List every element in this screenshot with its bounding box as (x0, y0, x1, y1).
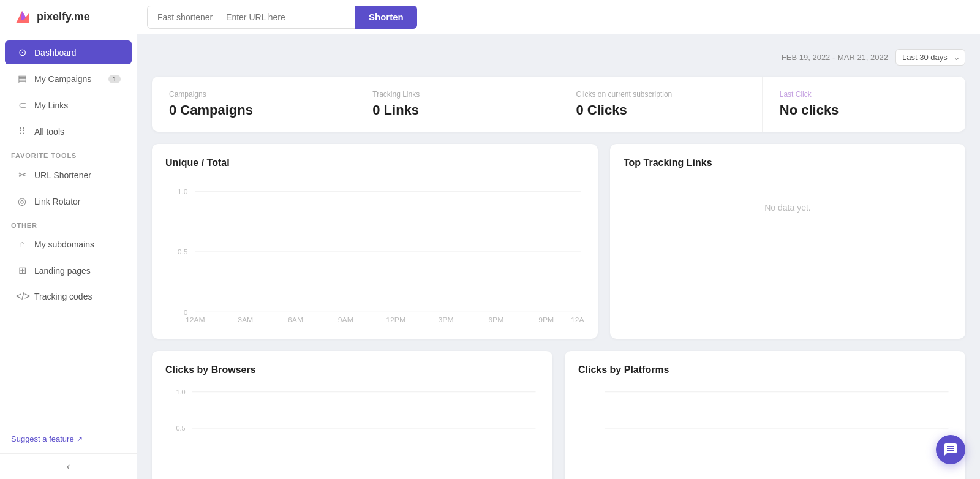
svg-text:0: 0 (184, 309, 188, 315)
link-rotator-label: Link Rotator (34, 197, 80, 206)
links-stat-value: 0 Links (372, 102, 541, 118)
last-click-stat-value: No clicks (780, 102, 948, 118)
sidebar-item-links[interactable]: ⊂ My Links (5, 93, 132, 117)
sidebar-item-landing-pages[interactable]: ⊞ Landing pages (5, 258, 132, 282)
main-content: FEB 19, 2022 - MAR 21, 2022 Last 7 days … (137, 34, 980, 479)
svg-text:12PM: 12PM (386, 316, 405, 323)
topbar: pixelfy.me Shorten (0, 0, 980, 34)
tracking-codes-label: Tracking codes (34, 292, 92, 301)
other-section-label: OTHER (0, 214, 137, 232)
clicks-by-platforms-card: Clicks by Platforms (565, 351, 965, 479)
svg-text:3PM: 3PM (438, 316, 453, 323)
subdomains-icon: ⌂ (16, 239, 28, 250)
sidebar-item-subdomains[interactable]: ⌂ My subdomains (5, 233, 132, 256)
clicks-by-browsers-area: 1.0 0.5 (165, 385, 539, 471)
charts-row-1: Unique / Total 1.0 0.5 0 12AM 3AM (152, 144, 965, 339)
svg-text:3AM: 3AM (238, 316, 253, 323)
links-label: My Links (34, 100, 68, 110)
unique-total-chart-svg: 1.0 0.5 0 12AM 3AM 6AM 9AM 12PM 3PM 6PM … (165, 178, 584, 325)
landing-pages-icon: ⊞ (16, 265, 28, 276)
clicks-stat-label: Clicks on current subscription (576, 90, 745, 99)
url-shortener-icon: ✂ (16, 169, 28, 181)
clicks-by-browsers-card: Clicks by Browsers 1.0 0.5 (152, 351, 552, 479)
subdomains-label: My subdomains (34, 240, 94, 249)
campaigns-stat-value: 0 Campaigns (169, 102, 337, 118)
url-form: Shorten (147, 6, 968, 29)
sidebar-collapse-button[interactable]: ‹ (0, 453, 137, 479)
clicks-by-platforms-title: Clicks by Platforms (578, 364, 952, 375)
svg-text:12AM: 12AM (571, 316, 584, 323)
stat-clicks: Clicks on current subscription 0 Clicks (559, 77, 763, 132)
logo-icon (12, 7, 32, 27)
landing-pages-label: Landing pages (34, 266, 91, 276)
top-tracking-links-card: Top Tracking Links No data yet. (610, 144, 965, 339)
clicks-by-platforms-svg (578, 385, 952, 471)
chevron-left-icon: ‹ (67, 460, 70, 473)
sidebar-item-url-shortener[interactable]: ✂ URL Shortener (5, 163, 132, 187)
svg-text:12AM: 12AM (186, 316, 205, 323)
date-select-wrap: Last 7 days Last 30 days Last 90 days Cu… (895, 49, 965, 66)
dashboard-icon: ⊙ (16, 47, 28, 58)
date-range-text: FEB 19, 2022 - MAR 21, 2022 (782, 53, 888, 62)
sidebar-item-dashboard[interactable]: ⊙ Dashboard (5, 40, 132, 64)
svg-text:0.5: 0.5 (176, 424, 186, 432)
url-shortener-label: URL Shortener (34, 170, 91, 180)
unique-total-chart-area: 1.0 0.5 0 12AM 3AM 6AM 9AM 12PM 3PM 6PM … (165, 178, 584, 325)
url-input[interactable] (147, 6, 355, 29)
clicks-by-browsers-svg: 1.0 0.5 (165, 385, 539, 471)
favorite-tools-section-label: FAVORITE TOOLS (0, 145, 137, 162)
date-bar: FEB 19, 2022 - MAR 21, 2022 Last 7 days … (152, 49, 965, 66)
campaigns-stat-label: Campaigns (169, 90, 337, 99)
shorten-button[interactable]: Shorten (355, 6, 417, 29)
logo-text: pixelfy.me (37, 10, 90, 23)
stat-campaigns: Campaigns 0 Campaigns (152, 77, 355, 132)
clicks-stat-value: 0 Clicks (576, 102, 745, 118)
clicks-by-browsers-title: Clicks by Browsers (165, 364, 539, 375)
sidebar-item-all-tools[interactable]: ⠿ All tools (5, 119, 132, 143)
link-rotator-icon: ◎ (16, 195, 28, 207)
external-link-icon: ↗ (77, 435, 83, 443)
campaigns-icon: ▤ (16, 73, 28, 85)
main-layout: ⊙ Dashboard ▤ My Campaigns 1 ⊂ My Links … (0, 34, 980, 479)
last-click-stat-label: Last Click (780, 90, 948, 99)
unique-total-chart-title: Unique / Total (165, 157, 584, 168)
logo: pixelfy.me (12, 7, 147, 27)
svg-text:9AM: 9AM (338, 316, 353, 323)
dashboard-label: Dashboard (34, 48, 77, 58)
all-tools-label: All tools (34, 127, 64, 137)
tracking-codes-icon: </> (16, 291, 28, 302)
all-tools-icon: ⠿ (16, 126, 28, 137)
svg-text:1.0: 1.0 (178, 189, 188, 195)
links-icon: ⊂ (16, 99, 28, 111)
clicks-by-platforms-area (578, 385, 952, 471)
chat-bubble[interactable] (936, 435, 965, 464)
unique-total-chart-card: Unique / Total 1.0 0.5 0 12AM 3AM (152, 144, 598, 339)
svg-text:0.5: 0.5 (178, 249, 188, 255)
stats-row: Campaigns 0 Campaigns Tracking Links 0 L… (152, 77, 965, 132)
bottom-charts-row: Clicks by Browsers 1.0 0.5 Clicks by Pla… (152, 351, 965, 479)
sidebar-item-tracking-codes[interactable]: </> Tracking codes (5, 285, 132, 308)
period-select[interactable]: Last 7 days Last 30 days Last 90 days Cu… (895, 49, 965, 66)
sidebar-bottom: Suggest a feature ↗ (0, 424, 137, 453)
svg-text:1.0: 1.0 (176, 388, 186, 396)
svg-text:6PM: 6PM (488, 316, 503, 323)
svg-text:9PM: 9PM (538, 316, 554, 323)
stat-last-click: Last Click No clicks (763, 77, 965, 132)
sidebar-item-link-rotator[interactable]: ◎ Link Rotator (5, 189, 132, 213)
suggest-label: Suggest a feature (11, 434, 74, 443)
svg-text:6AM: 6AM (288, 316, 303, 323)
top-tracking-links-title: Top Tracking Links (624, 157, 952, 168)
campaigns-label: My Campaigns (34, 74, 91, 84)
links-stat-label: Tracking Links (372, 90, 541, 99)
stat-links: Tracking Links 0 Links (355, 77, 559, 132)
campaigns-badge: 1 (108, 75, 121, 83)
suggest-feature-link[interactable]: Suggest a feature ↗ (11, 434, 126, 443)
chat-icon (943, 442, 958, 457)
top-tracking-links-no-data: No data yet. (624, 178, 952, 237)
sidebar-item-campaigns[interactable]: ▤ My Campaigns 1 (5, 67, 132, 91)
sidebar: ⊙ Dashboard ▤ My Campaigns 1 ⊂ My Links … (0, 34, 137, 479)
